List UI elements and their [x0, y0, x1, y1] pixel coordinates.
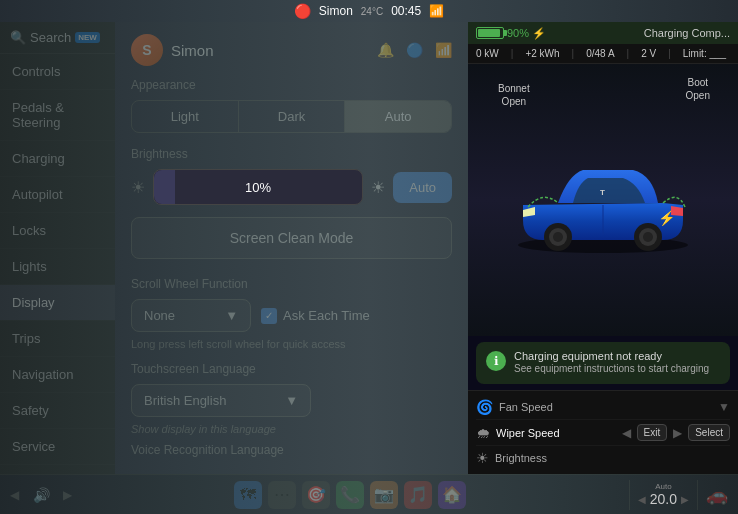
warning-icon: ℹ: [486, 351, 506, 371]
car-svg: T ⚡: [503, 145, 703, 255]
fan-speed-label: 🌀 Fan Speed: [476, 399, 553, 415]
speed-display: ◀ 20.0 ▶: [638, 491, 689, 507]
stat-volt: 2 V: [641, 48, 656, 59]
temperature: 24°C: [361, 6, 383, 17]
right-panel: 90% ⚡ Charging Comp... 0 kW | +2 kWh | 0…: [468, 22, 738, 474]
wiper-speed-text: Wiper Speed: [496, 427, 560, 439]
battery-pct: 90% ⚡: [507, 27, 546, 40]
boot-open-label: BootOpen: [686, 76, 710, 102]
driver-name: Simon: [319, 4, 353, 18]
status-bar: 🔴 Simon 24°C 00:45 📶: [0, 0, 738, 22]
fan-icon: 🌀: [476, 399, 493, 415]
wiper-speed-row: 🌧 Wiper Speed ◀ Exit ▶ Select: [476, 420, 730, 446]
clock: 00:45: [391, 4, 421, 18]
fan-chevron-icon: ▼: [718, 400, 730, 414]
brightness-bottom-text: Brightness: [495, 452, 547, 464]
stat-kwh: +2 kWh: [525, 48, 559, 59]
car-visualization: BonnetOpen BootOpen: [468, 64, 738, 336]
stat-separator3: |: [627, 48, 630, 59]
right-arrow-icon[interactable]: ▶: [673, 426, 682, 440]
fan-speed-row: 🌀 Fan Speed ▼: [476, 395, 730, 420]
brightness-icon: ☀: [476, 450, 489, 466]
svg-point-6: [643, 232, 653, 242]
speed-value: 20.0: [650, 491, 677, 507]
battery-bar: [476, 27, 504, 39]
stat-amp: 0/48 A: [586, 48, 614, 59]
svg-point-3: [553, 232, 563, 242]
svg-text:T: T: [600, 188, 605, 197]
brightness-fill: [154, 170, 175, 204]
bonnet-open-label: BonnetOpen: [498, 82, 530, 108]
fan-speed-text: Fan Speed: [499, 401, 553, 413]
stat-separator2: |: [572, 48, 575, 59]
speed-left-arrow[interactable]: ◀: [638, 494, 646, 505]
wiper-icon: 🌧: [476, 425, 490, 441]
stat-limit: Limit: ___: [683, 48, 726, 59]
warning-text-container: Charging equipment not ready See equipme…: [514, 350, 709, 376]
svg-text:⚡: ⚡: [658, 210, 676, 227]
wiper-speed-label: 🌧 Wiper Speed: [476, 425, 560, 441]
stat-kw: 0 kW: [476, 48, 499, 59]
speed-right-arrow[interactable]: ▶: [681, 494, 689, 505]
charging-stats: 0 kW | +2 kWh | 0/48 A | 2 V | Limit: __…: [468, 44, 738, 64]
brightness-value: 10%: [245, 180, 271, 195]
brightness-row-bottom: ☀ Brightness: [476, 446, 730, 470]
brightness-bottom-label: ☀ Brightness: [476, 450, 547, 466]
charging-topbar: 90% ⚡ Charging Comp...: [468, 22, 738, 44]
charging-title: Charging Comp...: [552, 27, 730, 39]
stat-separator4: |: [668, 48, 671, 59]
brightness-slider[interactable]: 10%: [153, 169, 363, 205]
battery-fill: [478, 29, 500, 37]
warning-title: Charging equipment not ready: [514, 350, 709, 362]
topbar-center: 🔴 Simon 24°C 00:45 📶: [294, 3, 444, 19]
stat-separator: |: [511, 48, 514, 59]
speed-container: Auto ◀ 20.0 ▶: [638, 482, 689, 507]
select-btn[interactable]: Select: [688, 424, 730, 441]
exit-select-row: ◀ Exit ▶ Select: [622, 424, 730, 441]
warning-text: See equipment instructions to start char…: [514, 362, 709, 376]
auto-label: Auto: [655, 482, 671, 491]
charging-warning: ℹ Charging equipment not ready See equip…: [476, 342, 730, 384]
left-arrow-icon[interactable]: ◀: [622, 426, 631, 440]
bottom-controls: 🌀 Fan Speed ▼ 🌧 Wiper Speed ◀ Exit ▶ Sel…: [468, 390, 738, 474]
exit-btn[interactable]: Exit: [637, 424, 668, 441]
battery-indicator: 90% ⚡: [476, 27, 546, 40]
signal-icon: 📶: [429, 4, 444, 18]
